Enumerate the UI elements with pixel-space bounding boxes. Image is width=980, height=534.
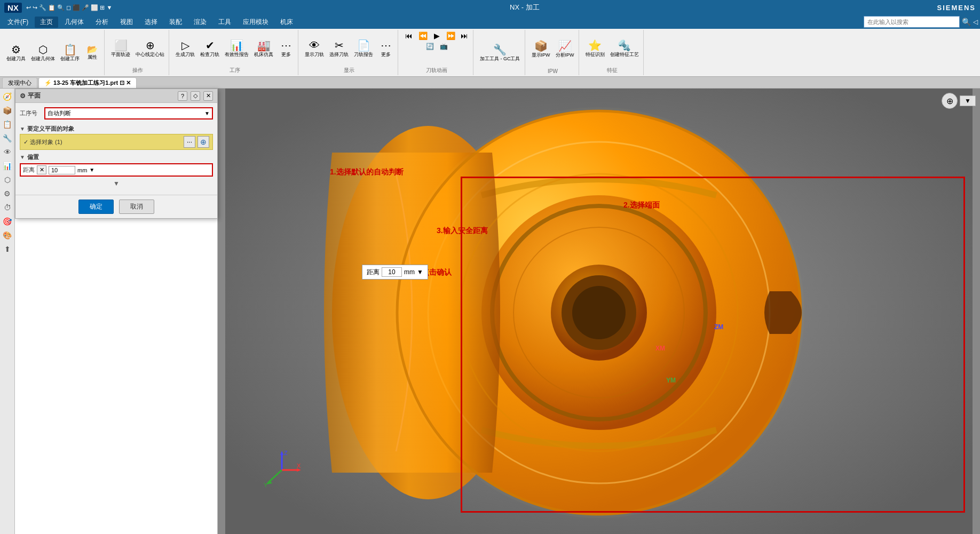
sidebar-op-icon[interactable]: 📋 xyxy=(2,118,13,130)
menu-view[interactable]: 视图 xyxy=(115,17,138,28)
expand-icon[interactable]: ◁ xyxy=(973,18,978,26)
svg-text:X: X xyxy=(297,463,301,469)
3d-model-svg xyxy=(218,89,980,534)
sidebar-tool-icon[interactable]: 🔧 xyxy=(2,132,13,144)
dialog-title: ⚙ 平面 xyxy=(20,91,41,100)
play-start-btn[interactable]: ⏮ xyxy=(402,31,415,41)
dist-label: 距离 xyxy=(23,166,35,174)
menu-home[interactable]: 主页 xyxy=(35,17,58,28)
dialog-help-btn[interactable]: ? xyxy=(178,91,187,101)
menu-analysis[interactable]: 分析 xyxy=(90,17,114,28)
more1-btn[interactable]: ⋯ 更多 xyxy=(276,38,296,59)
expand-down-icon: ▼ xyxy=(113,180,120,187)
dist-unit-dropdown[interactable]: ▼ xyxy=(89,167,94,173)
left-sidebar: 🧭 📦 📋 🔧 👁 📊 ⬡ ⚙ ⏱ 🎯 🎨 ⬆ xyxy=(0,89,15,534)
toolbar-group-feature: ⭐ 特征识别 🔩 创建特征工艺 特征 xyxy=(581,30,644,75)
sidebar-part-icon[interactable]: 📦 xyxy=(2,105,13,116)
toolbar-group-surface: ⬜ 平面轨迹 ⊕ 中心线定心钻 操作 xyxy=(107,30,169,75)
gear-icon: ⚙ xyxy=(20,92,26,100)
confirm-btn[interactable]: 确定 xyxy=(78,200,114,214)
menu-file[interactable]: 文件(F) xyxy=(2,17,34,28)
popup-dropdown-icon[interactable]: ▼ xyxy=(417,268,423,276)
menu-tools[interactable]: 工具 xyxy=(213,17,236,28)
type-dropdown-icon[interactable]: ▼ xyxy=(204,110,210,116)
sidebar-nav-icon[interactable]: 🧭 xyxy=(2,91,13,102)
svg-text:Y: Y xyxy=(264,482,268,488)
machine-btn[interactable]: 🏭 机床仿真 xyxy=(252,38,275,59)
popup-label: 距离 xyxy=(367,268,380,277)
axis-svg: Z X Y xyxy=(260,449,303,491)
menu-geometry[interactable]: 几何体 xyxy=(59,17,89,28)
planar-mill-btn[interactable]: ⬜ 平面轨迹 xyxy=(109,38,132,59)
axis-indicator: Z X Y xyxy=(260,449,303,491)
verify-path-btn[interactable]: ✔ 检查刀轨 xyxy=(198,38,222,59)
popup-value-input[interactable] xyxy=(382,267,402,277)
sidebar-hist-icon[interactable]: ⏱ xyxy=(2,202,13,213)
sidebar-graph-icon[interactable]: 📊 xyxy=(2,160,13,172)
feature2-btn[interactable]: 🔩 创建特征工艺 xyxy=(608,38,641,59)
centerline-btn[interactable]: ⊕ 中心线定心钻 xyxy=(133,38,167,59)
select-add-btn[interactable]: ⊕ xyxy=(197,136,209,148)
title-bar: NX ↩ ↪ 🔧 📋 🔍 ◻ ⬛ 🎤 ⬜ ⊞ ▼ NX - 加工 SIEMENS xyxy=(0,0,980,15)
play-prev-btn[interactable]: ⏪ xyxy=(416,31,429,41)
tab-discovery[interactable]: 发现中心 xyxy=(2,77,37,88)
main-area: 🧭 📦 📋 🔧 👁 📊 ⬡ ⚙ ⏱ 🎯 🎨 ⬆ 操作导航器 工序号 🔻 标题 xyxy=(0,89,980,534)
select-dots-btn[interactable]: ··· xyxy=(184,136,195,148)
show-path-btn[interactable]: 👁 显示刀轨 xyxy=(303,38,326,59)
xm-label: XM xyxy=(655,345,665,352)
create-prop-btn[interactable]: 📂 属性 xyxy=(83,44,102,61)
title-center: NX - 加工 xyxy=(510,3,540,12)
vp-crosshair-btn[interactable]: ⊕ xyxy=(942,93,958,109)
search-icon[interactable]: 🔍 xyxy=(962,18,971,26)
type-combo[interactable]: 自动判断 ▼ xyxy=(44,107,213,119)
create-tool-icon: ⚙ xyxy=(11,44,21,55)
vp-menu-btn[interactable]: ▼ xyxy=(960,95,976,106)
svg-point-10 xyxy=(393,107,804,518)
dist-x-btn[interactable]: ✕ xyxy=(37,165,46,174)
play-disp-btn[interactable]: 📺 xyxy=(437,42,450,51)
play-end-btn[interactable]: ⏭ xyxy=(458,31,471,41)
generate-path-btn[interactable]: ▷ 生成刀轨 xyxy=(173,38,197,59)
menu-select[interactable]: 选择 xyxy=(139,17,163,28)
dialog-dock-btn[interactable]: ◇ xyxy=(191,91,200,101)
objects-section-title: ▼ 要定义平面的对象 xyxy=(20,123,213,134)
show-ipw-btn[interactable]: 📦 显示IPW xyxy=(529,39,552,59)
offset-triangle-icon: ▼ xyxy=(20,154,25,160)
toolbar-icons: ↩ ↪ 🔧 📋 🔍 ◻ ⬛ 🎤 ⬜ ⊞ ▼ xyxy=(26,4,112,11)
more2-btn[interactable]: ⋯ 更多 xyxy=(376,38,396,59)
toolbar-group-display: 👁 显示刀轨 ✂ 选择刀轨 📄 刀轨报告 ⋯ 更多 显示 xyxy=(301,30,398,75)
viewport[interactable]: ⊕ ▼ 距离 mm ▼ 1.选择默认的自动判断 2.选择端面 3.输入安全距离 xyxy=(218,89,980,534)
gc-tools-btn[interactable]: 🔧 加工工具 - GC工具 xyxy=(478,43,523,63)
create-op-btn[interactable]: 📋 创建工序 xyxy=(58,43,82,63)
path-report-btn[interactable]: 📄 刀轨报告 xyxy=(352,38,375,59)
menu-assembly[interactable]: 装配 xyxy=(164,17,187,28)
cancel-btn[interactable]: 取消 xyxy=(119,200,154,214)
menu-render[interactable]: 渲染 xyxy=(188,17,212,28)
svg-marker-14 xyxy=(280,451,283,455)
feature-btn[interactable]: ⭐ 特征识别 xyxy=(583,38,607,59)
play-next-btn[interactable]: ⏩ xyxy=(444,31,457,41)
sidebar-move-icon[interactable]: ⬆ xyxy=(2,243,13,255)
create-geometry-btn[interactable]: ⬡ 创建几何体 xyxy=(29,43,57,63)
ym-label: YM xyxy=(666,377,676,384)
toolbar-group-gc: 🔧 加工工具 - GC工具 xyxy=(476,30,525,75)
play-btn[interactable]: ▶ xyxy=(430,31,443,41)
create-tool-btn[interactable]: ⚙ 创建刀具 xyxy=(4,43,28,63)
select-path-btn[interactable]: ✂ 选择刀轨 xyxy=(327,38,351,59)
sidebar-extra-icon[interactable]: 🎯 xyxy=(2,216,13,227)
dialog-close-btn[interactable]: ✕ xyxy=(203,91,213,101)
menu-machine[interactable]: 机床 xyxy=(275,17,298,28)
distance-input[interactable] xyxy=(49,166,75,174)
dist-unit: mm xyxy=(77,167,87,173)
sidebar-color-icon[interactable]: 🎨 xyxy=(2,229,13,241)
tab-file[interactable]: ⚡ 13-25 车铣加工练习1.prt ⊡ ✕ xyxy=(38,77,137,88)
toolbar: ⚙ 创建刀具 ⬡ 创建几何体 📋 创建工序 📂 属性 ⬜ 平面轨迹 xyxy=(0,29,980,77)
analyze-ipw-btn[interactable]: 📈 分析IPW xyxy=(554,39,576,59)
search-input[interactable] xyxy=(864,16,960,28)
play-speed-btn[interactable]: 🔄 xyxy=(423,42,436,51)
sidebar-param-icon[interactable]: ⚙ xyxy=(2,188,13,200)
report-btn[interactable]: 📊 有效性报告 xyxy=(223,38,251,59)
sidebar-obj-icon[interactable]: ⬡ xyxy=(2,174,13,186)
menu-appmod[interactable]: 应用模块 xyxy=(238,17,274,28)
sidebar-view-icon[interactable]: 👁 xyxy=(2,146,13,158)
